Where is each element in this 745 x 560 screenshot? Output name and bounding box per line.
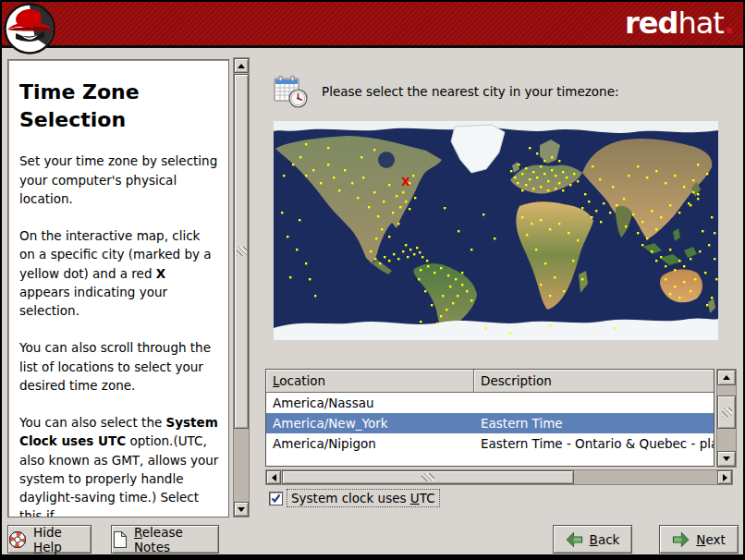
triangle-down-icon — [238, 507, 245, 512]
utc-checkbox-row: System clock uses UTC — [269, 489, 440, 507]
triangle-left-icon — [272, 474, 276, 481]
cell-location[interactable]: America/Nassau — [266, 393, 474, 413]
help-paragraphs: Set your time zone by selecting your com… — [19, 152, 219, 517]
life-preserver-icon — [8, 530, 27, 549]
grip-icon — [237, 247, 247, 256]
grip-icon — [421, 473, 434, 481]
cell-location[interactable]: America/New_York — [266, 413, 474, 433]
scroll-right-button[interactable] — [717, 470, 732, 484]
table-horizontal-scrollbar[interactable] — [265, 469, 733, 485]
grip-icon — [722, 408, 732, 417]
column-header-location[interactable]: Location — [266, 370, 474, 393]
hide-help-button[interactable]: Hide Help — [7, 525, 92, 554]
world-map-svg[interactable]: X — [274, 121, 718, 340]
timezone-rows: America/NassauAmerica/New_YorkEastern Ti… — [266, 393, 714, 454]
cell-description[interactable]: Eastern Time - Ontario & Quebec - places… — [474, 433, 714, 454]
triangle-down-icon — [723, 457, 730, 461]
table-header: Location Description — [266, 370, 714, 393]
scroll-up-button[interactable] — [717, 370, 736, 385]
scroll-up-button[interactable] — [234, 58, 249, 73]
scrollbar-thumb[interactable] — [282, 470, 574, 484]
scrollbar-thumb[interactable] — [234, 74, 249, 429]
redhat-wordmark: redhat. — [625, 6, 734, 41]
table-row[interactable]: America/New_YorkEastern Time — [266, 413, 714, 433]
triangle-up-icon — [723, 375, 730, 380]
table-row[interactable]: America/Nassau — [266, 393, 714, 413]
release-notes-button[interactable]: Release Notes — [111, 525, 219, 554]
cell-description[interactable]: Eastern Time — [474, 413, 714, 433]
wordmark-red: red — [625, 6, 678, 41]
world-map[interactable]: X — [274, 121, 718, 340]
calendar-clock-icon — [272, 74, 309, 109]
page-title: Time Zone Selection — [19, 79, 219, 133]
utc-checkbox-label[interactable]: System clock uses UTC — [287, 489, 440, 507]
cell-description[interactable] — [474, 393, 714, 413]
table-vertical-scrollbar[interactable] — [716, 369, 737, 468]
wordmark-dot: . — [724, 6, 734, 41]
triangle-right-icon — [723, 474, 727, 481]
prompt-text: Please select the nearest city in your t… — [322, 84, 619, 99]
arrow-left-icon — [566, 532, 583, 547]
scroll-down-button[interactable] — [717, 451, 736, 467]
utc-checkbox[interactable] — [269, 492, 283, 505]
help-panel: Time Zone Selection Set your time zone b… — [7, 59, 229, 517]
help-paragraph: You can also scroll through the list of … — [19, 338, 219, 395]
next-label: Next — [696, 532, 725, 547]
scrollbar-thumb[interactable] — [717, 396, 736, 429]
table-row[interactable]: America/NipigonEastern Time - Ontario & … — [266, 433, 714, 454]
back-label: Back — [590, 532, 620, 547]
installer-body: redhat. Time Zone Selection Set your tim… — [2, 2, 743, 554]
column-header-description[interactable]: Description — [474, 370, 714, 393]
scroll-down-button[interactable] — [234, 502, 249, 517]
hide-help-label: Hide Help — [33, 525, 91, 554]
help-scrollbar[interactable] — [233, 57, 250, 517]
help-paragraph: On the interactive map, click on a speci… — [19, 226, 219, 320]
check-icon — [271, 493, 281, 504]
release-notes-label: Release Notes — [134, 525, 218, 554]
wordmark-hat: hat — [678, 6, 723, 41]
scroll-left-button[interactable] — [266, 470, 281, 484]
back-button[interactable]: Back — [553, 525, 632, 554]
timezone-table[interactable]: Location Description America/NassauAmeri… — [265, 369, 714, 467]
banner-divider — [2, 45, 743, 48]
help-paragraph: Set your time zone by selecting your com… — [19, 152, 219, 208]
installer-window: redhat. Time Zone Selection Set your tim… — [0, 0, 745, 560]
selected-city-x-marker: X — [401, 176, 410, 189]
triangle-up-icon — [238, 64, 245, 68]
prompt-row: Please select the nearest city in your t… — [272, 74, 619, 109]
help-paragraph: You can also select the System Clock use… — [19, 413, 219, 517]
redhat-shadowman-icon — [4, 3, 55, 55]
cell-location[interactable]: America/Nipigon — [266, 433, 474, 454]
arrow-right-icon — [672, 532, 690, 547]
document-icon — [112, 530, 128, 549]
next-button[interactable]: Next — [659, 525, 739, 554]
